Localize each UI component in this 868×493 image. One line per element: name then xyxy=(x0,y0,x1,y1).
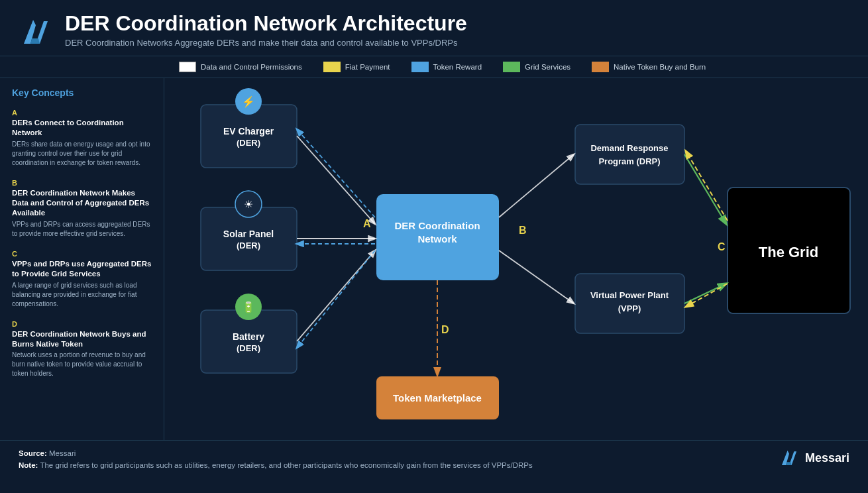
sidebar-desc-a: DERs share data on energy usage and opt … xyxy=(12,140,152,168)
svg-text:☀: ☀ xyxy=(244,199,253,210)
sidebar-title-a: DERs Connect to Coordination Network xyxy=(12,118,152,138)
svg-line-37 xyxy=(499,154,574,217)
footer-source: Source: Messari xyxy=(19,447,533,459)
legend-color-grid xyxy=(503,62,520,72)
svg-text:Program (DRP): Program (DRP) xyxy=(598,156,660,166)
svg-rect-13 xyxy=(201,310,297,373)
sidebar-item-a: A DERs Connect to Coordination Network D… xyxy=(12,106,152,168)
footer-note: Note: The grid refers to grid participan… xyxy=(19,459,533,471)
legend-label-grid: Grid Services xyxy=(525,63,570,71)
legend-item-grid: Grid Services xyxy=(503,62,570,72)
svg-text:The Grid: The Grid xyxy=(759,244,818,260)
svg-text:Token Marketplace: Token Marketplace xyxy=(393,392,482,404)
legend-color-fiat xyxy=(323,62,341,72)
footer-brand-name: Messari xyxy=(805,451,849,465)
legend-item-burn: Native Token Buy and Burn xyxy=(592,62,706,72)
svg-rect-27 xyxy=(728,188,850,313)
sidebar-title-c: VPPs and DRPs use Aggregated DERs to Pro… xyxy=(12,259,152,279)
legend-color-permissions xyxy=(179,62,196,72)
legend-bar: Data and Control Permissions Fiat Paymen… xyxy=(0,56,868,78)
svg-text:EV Charger: EV Charger xyxy=(223,126,274,137)
sidebar-desc-c: A large range of grid services such as l… xyxy=(12,281,152,309)
svg-line-33 xyxy=(297,250,375,341)
footer-note-label: Note: xyxy=(19,461,38,469)
sidebar-desc-b: VPPs and DRPs can access aggregated DERs… xyxy=(12,220,152,239)
legend-color-token xyxy=(411,62,429,72)
svg-line-36 xyxy=(297,250,375,348)
sidebar-item-c: C VPPs and DRPs use Aggregated DERs to P… xyxy=(12,247,152,309)
sidebar: Key Concepts A DERs Connect to Coordinat… xyxy=(0,78,164,440)
legend-item-fiat: Fiat Payment xyxy=(323,62,390,72)
svg-text:Solar Panel: Solar Panel xyxy=(223,229,274,239)
legend-label-token: Token Reward xyxy=(433,63,482,71)
svg-text:(DER): (DER) xyxy=(237,138,260,148)
svg-text:Battery: Battery xyxy=(233,331,264,342)
footer-source-val: Messari xyxy=(49,449,76,457)
svg-line-40 xyxy=(684,284,726,303)
svg-rect-24 xyxy=(575,274,684,333)
svg-text:A: A xyxy=(363,218,371,229)
sidebar-title-b: DER Coordination Network Makes Data and … xyxy=(12,188,152,218)
svg-rect-18 xyxy=(376,194,499,280)
main-content: Key Concepts A DERs Connect to Coordinat… xyxy=(0,78,868,440)
svg-text:⚡: ⚡ xyxy=(242,95,255,108)
footer-left: Source: Messari Note: The grid refers to… xyxy=(19,447,533,472)
sidebar-letter-a: A xyxy=(12,109,17,117)
legend-label-fiat: Fiat Payment xyxy=(345,63,390,71)
svg-marker-2 xyxy=(30,38,40,44)
svg-text:(DER): (DER) xyxy=(237,343,260,353)
diagram-svg: ⚡ EV Charger (DER) ☀ Solar Panel (DER) 🔋… xyxy=(164,78,868,440)
svg-rect-3 xyxy=(201,105,297,168)
svg-line-42 xyxy=(686,284,728,307)
svg-text:DER Coordination: DER Coordination xyxy=(394,220,480,231)
footer-right: Messari xyxy=(779,447,849,468)
sidebar-desc-d: Network uses a portion of revenue to buy… xyxy=(12,351,152,378)
svg-line-31 xyxy=(297,136,375,224)
svg-line-39 xyxy=(684,154,726,224)
page-title: DER Coordination Network Architecture xyxy=(65,12,467,35)
svg-text:Network: Network xyxy=(417,233,457,245)
footer-messari-logo xyxy=(779,447,800,468)
svg-rect-21 xyxy=(575,125,684,184)
page-subtitle: DER Coordination Networks Aggregate DERs… xyxy=(65,38,467,48)
svg-text:Virtual Power Plant: Virtual Power Plant xyxy=(590,290,669,300)
svg-line-38 xyxy=(499,250,574,303)
diagram: ⚡ EV Charger (DER) ☀ Solar Panel (DER) 🔋… xyxy=(164,78,868,440)
footer-source-label: Source: xyxy=(19,449,47,457)
svg-point-14 xyxy=(235,294,262,320)
header: DER Coordination Network Architecture DE… xyxy=(0,0,868,56)
svg-text:🔋: 🔋 xyxy=(242,301,255,313)
sidebar-letter-d: D xyxy=(12,320,17,328)
legend-color-burn xyxy=(592,62,609,72)
messari-logo xyxy=(19,15,53,49)
footer-note-val: The grid refers to grid participants suc… xyxy=(40,461,532,469)
svg-text:(VPP): (VPP) xyxy=(618,303,641,313)
footer: Source: Messari Note: The grid refers to… xyxy=(0,440,868,478)
sidebar-title-d: DER Coordination Network Buys and Burns … xyxy=(12,329,152,349)
svg-rect-8 xyxy=(201,207,297,270)
svg-point-9 xyxy=(235,191,262,217)
sidebar-heading: Key Concepts xyxy=(12,87,152,98)
svg-text:D: D xyxy=(441,324,449,335)
svg-text:Demand Response: Demand Response xyxy=(590,143,668,153)
sidebar-letter-c: C xyxy=(12,250,17,258)
sidebar-item-d: D DER Coordination Network Buys and Burn… xyxy=(12,317,152,379)
svg-line-41 xyxy=(686,151,728,221)
legend-label-permissions: Data and Control Permissions xyxy=(201,63,302,71)
legend-item-permissions: Data and Control Permissions xyxy=(179,62,302,72)
svg-text:B: B xyxy=(519,225,527,236)
svg-text:(DER): (DER) xyxy=(237,241,260,250)
header-text: DER Coordination Network Architecture DE… xyxy=(65,12,467,48)
legend-label-burn: Native Token Buy and Burn xyxy=(614,63,706,71)
svg-text:C: C xyxy=(718,241,726,252)
legend-item-token: Token Reward xyxy=(411,62,482,72)
sidebar-item-b: B DER Coordination Network Makes Data an… xyxy=(12,176,152,239)
svg-rect-29 xyxy=(376,376,499,419)
svg-point-4 xyxy=(235,88,262,115)
svg-line-34 xyxy=(297,129,375,217)
sidebar-letter-b: B xyxy=(12,179,17,187)
svg-marker-50 xyxy=(786,462,792,465)
